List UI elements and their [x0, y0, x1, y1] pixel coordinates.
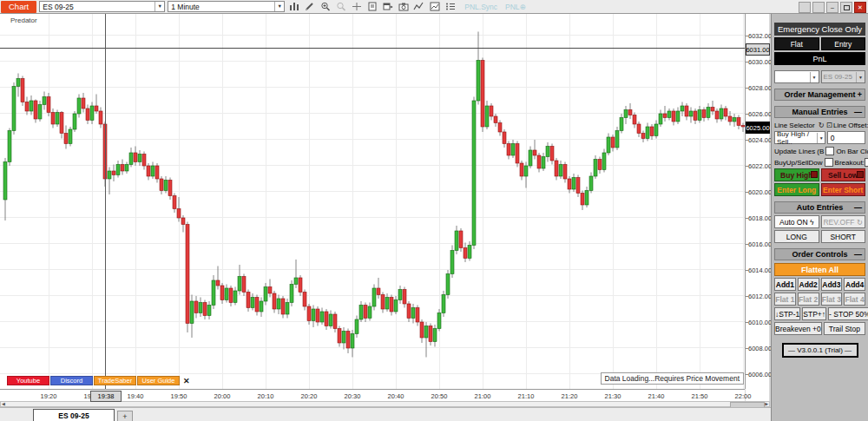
add4[interactable]: Add4 — [844, 278, 865, 291]
time-axis[interactable]: 19:2019:3019:4019:5020:0020:1020:2020:30… — [0, 389, 745, 401]
time-axis-label: 20:20 — [296, 392, 322, 400]
window-extra-button[interactable] — [799, 2, 811, 13]
interval-dropdown[interactable]: 1 Minute ▼ — [168, 1, 285, 12]
sell-low-badge-icon — [857, 171, 864, 178]
crosshair-icon[interactable] — [350, 1, 363, 12]
time-axis-label: 19:50 — [166, 392, 192, 400]
flat-1[interactable]: Flat 1 — [774, 293, 796, 306]
zoom-out-icon[interactable] — [334, 1, 347, 12]
long-button[interactable]: LONG — [774, 230, 819, 243]
flatten-all-button[interactable]: Flatten All — [774, 263, 865, 276]
chart-window-button[interactable]: Chart — [1, 1, 36, 13]
window-extra-button[interactable] — [812, 2, 825, 13]
breakeven-button[interactable]: Breakeven +0 — [774, 322, 822, 335]
time-axis-label: 22:00 — [730, 392, 756, 400]
social-button-discord[interactable]: Discord — [50, 376, 93, 385]
pnl-at-label: PNL⊕ — [505, 3, 526, 11]
stop-50-button[interactable]: - STOP 50% + — [828, 307, 868, 320]
buyup-selldown-checkbox[interactable] — [825, 158, 833, 167]
indicator-icon[interactable] — [428, 1, 441, 12]
snapshot-camera-icon[interactable] — [397, 1, 410, 12]
collapse-icon[interactable]: — — [854, 204, 862, 212]
stp-minus-button[interactable]: ↓STP-1 — [774, 307, 800, 320]
tab-bar: ES 09-25 + — [0, 407, 771, 421]
rev-off-button[interactable]: REV.OFF ↻ — [821, 215, 866, 228]
social-button-user-guide[interactable]: User Guide — [137, 376, 180, 385]
order-management-header[interactable]: Order Management + — [774, 89, 865, 101]
add3[interactable]: Add3 — [821, 278, 843, 291]
buy-high-button[interactable]: Buy High — [774, 168, 819, 181]
instrument-dropdown[interactable]: ES 09-25 ▼ — [39, 1, 165, 12]
buyup-selldown-label: BuyUp/SellDow — [774, 159, 823, 167]
chart-plot-area[interactable]: Predator YoutubeDiscordTradeSaberUser Gu… — [0, 14, 746, 389]
zoom-in-icon[interactable] — [319, 1, 332, 12]
crosshair-time-tag: 19:38 — [90, 391, 122, 402]
time-axis-label: 21:50 — [687, 392, 713, 400]
add2[interactable]: Add2 — [798, 278, 819, 291]
buy-high-badge-icon — [811, 171, 818, 178]
enter-short-button[interactable]: Enter Short — [821, 183, 866, 196]
add1[interactable]: Add1 — [774, 278, 796, 291]
add-tab-button[interactable]: + — [117, 411, 133, 421]
sell-low-button[interactable]: Sell Low — [821, 168, 866, 181]
panel-window-icon[interactable] — [381, 1, 394, 12]
order-controls-header[interactable]: Order Controls — — [774, 248, 865, 260]
manual-entries-header[interactable]: Manual Entries — — [774, 106, 865, 118]
update-lines-checkbox[interactable] — [825, 147, 834, 155]
scroll-right-icon[interactable]: ▶ — [765, 402, 768, 406]
short-button[interactable]: SHORT — [821, 230, 866, 243]
auto-entries-title: Auto Entries — [797, 203, 844, 212]
trading-platform-window: Chart ES 09-25 ▼ 1 Minute ▼ PNL.Sync PNL… — [0, 0, 868, 421]
pnl-bar: PnL — [774, 52, 865, 65]
line-offset-input[interactable]: 0 — [827, 131, 865, 144]
bar-type-icon[interactable] — [287, 1, 300, 12]
price-axis-label: 6024.00 — [748, 136, 772, 144]
tab-es-09-25[interactable]: ES 09-25 — [33, 409, 115, 421]
price-axis-label: 6026.00 — [748, 110, 772, 118]
price-axis[interactable]: 6006.006008.006010.006012.006014.006016.… — [746, 14, 769, 401]
breakout-label: Breakout: — [835, 159, 865, 167]
emergency-close-header: Emergency Close Only — [774, 23, 865, 36]
trendline-icon[interactable] — [412, 1, 425, 12]
flat-button[interactable]: Flat — [774, 37, 819, 50]
social-button-youtube[interactable]: Youtube — [7, 376, 49, 385]
collapse-icon[interactable]: — — [854, 109, 862, 116]
price-axis-label: 6020.00 — [748, 188, 772, 196]
chevron-down-icon: ▼ — [274, 2, 284, 11]
trail-stop-button[interactable]: Trail Stop — [824, 322, 865, 335]
refresh-icon[interactable]: ↻ — [819, 121, 825, 129]
version-button[interactable]: — V3.0.0.1 (Trial) — — [782, 343, 858, 358]
social-button-tradesaber[interactable]: TradeSaber — [94, 376, 136, 385]
time-axis-label: 20:00 — [209, 392, 235, 400]
line-picker-icon[interactable]: ⊡ — [826, 121, 832, 129]
candlestick-chart — [0, 14, 745, 389]
social-row-close-icon[interactable]: ✕ — [183, 377, 190, 385]
list-properties-icon[interactable] — [444, 1, 457, 12]
flat-2[interactable]: Flat 2 — [798, 293, 819, 306]
scroll-left-icon[interactable]: ◀ — [2, 402, 5, 406]
horizontal-scrollbar[interactable]: ◀ ▶ — [0, 401, 770, 407]
restore-icon[interactable] — [840, 2, 852, 13]
auto-on-button[interactable]: Auto ON ϟ — [774, 215, 819, 228]
close-icon[interactable]: ✕ — [854, 2, 866, 13]
enter-long-button[interactable]: Enter Long — [774, 183, 819, 196]
account-dropdown[interactable]: ▼ — [774, 70, 819, 83]
stp-plus-button[interactable]: STP+↑ — [802, 307, 826, 320]
breakout-checkbox[interactable] — [865, 158, 868, 167]
on-bar-close-label: On Bar Close: — [836, 148, 868, 155]
draw-pencil-icon[interactable] — [303, 1, 316, 12]
flat-4[interactable]: Flat 4 — [844, 293, 865, 306]
line-mode-dropdown[interactable]: Buy High / Sell.. ▼ — [774, 131, 825, 144]
flat-3[interactable]: Flat 3 — [821, 293, 843, 306]
collapse-icon[interactable]: — — [854, 251, 862, 259]
price-axis-label: 6028.00 — [748, 84, 772, 92]
instrument-dropdown-value: ES 09-25 — [43, 3, 73, 11]
auto-entries-header[interactable]: Auto Entries — — [774, 201, 865, 214]
indicator-label: Predator — [10, 16, 37, 24]
report-icon[interactable] — [365, 1, 378, 12]
expand-icon[interactable]: + — [858, 91, 862, 99]
entry-button[interactable]: Entry — [821, 37, 866, 50]
line-mode-value: Buy High / Sell.. — [777, 130, 817, 146]
minimize-icon[interactable]: – — [826, 2, 838, 13]
time-axis-label: 19:20 — [36, 392, 62, 400]
